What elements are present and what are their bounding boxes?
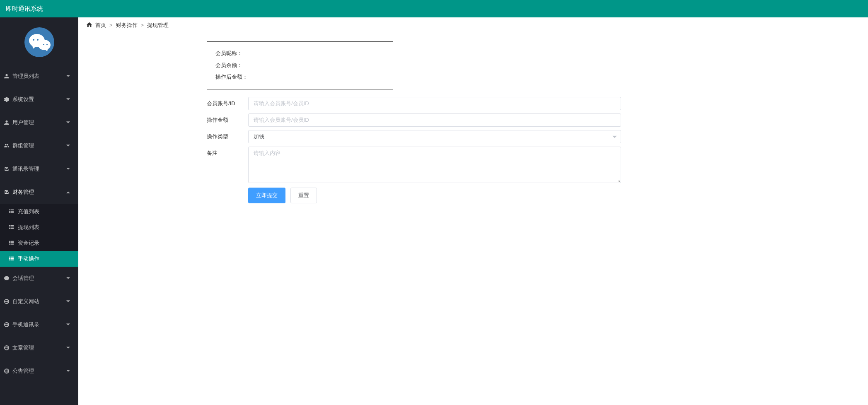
user-icon bbox=[4, 120, 9, 125]
svg-rect-19 bbox=[10, 256, 14, 257]
submit-button[interactable]: 立即提交 bbox=[248, 188, 285, 203]
sidebar-item-label: 公告管理 bbox=[12, 367, 34, 375]
sidebar-item-admin-list[interactable]: 管理员列表 bbox=[0, 65, 78, 88]
breadcrumb: 首页 > 财务操作 > 提现管理 bbox=[78, 17, 868, 33]
sidebar-item-label: 群组管理 bbox=[12, 142, 34, 149]
sidebar-item-contacts-management[interactable]: 通讯录管理 bbox=[0, 157, 78, 181]
breadcrumb-separator: > bbox=[109, 22, 113, 28]
svg-rect-10 bbox=[9, 228, 10, 229]
amount-input[interactable] bbox=[248, 113, 621, 127]
chevron-up-icon bbox=[66, 190, 70, 194]
main-content: 首页 > 财务操作 > 提现管理 会员昵称： 会员余额： 操作后金额： 会员账号… bbox=[78, 17, 868, 405]
svg-rect-22 bbox=[9, 259, 10, 260]
svg-rect-23 bbox=[10, 259, 14, 260]
globe-icon bbox=[4, 345, 9, 351]
users-icon bbox=[4, 143, 9, 149]
content-area: 会员昵称： 会员余额： 操作后金额： 会员账号/ID 操作金额 bbox=[78, 33, 868, 405]
sidebar-item-label: 通讯录管理 bbox=[12, 165, 39, 173]
globe-icon bbox=[4, 322, 9, 328]
sidebar-item-label: 自定义网站 bbox=[12, 298, 39, 305]
svg-rect-17 bbox=[10, 243, 14, 244]
sidebar-item-user-management[interactable]: 用户管理 bbox=[0, 111, 78, 134]
type-select[interactable] bbox=[248, 130, 621, 143]
sidebar-item-announcement-management[interactable]: 公告管理 bbox=[0, 359, 78, 383]
sidebar-item-custom-website[interactable]: 自定义网站 bbox=[0, 290, 78, 313]
chevron-down-icon bbox=[66, 74, 70, 78]
user-icon bbox=[4, 74, 9, 79]
chevron-down-icon bbox=[66, 121, 70, 125]
sidebar-subitem-recharge-list[interactable]: 充值列表 bbox=[0, 204, 78, 219]
svg-rect-8 bbox=[9, 227, 10, 227]
svg-rect-11 bbox=[10, 228, 14, 229]
sidebar-subitem-withdraw-list[interactable]: 提现列表 bbox=[0, 219, 78, 235]
chevron-down-icon bbox=[66, 299, 70, 304]
list-icon bbox=[9, 256, 15, 262]
sidebar-item-label: 手机通讯录 bbox=[12, 321, 39, 328]
app-header: 即时通讯系统 bbox=[0, 0, 868, 17]
sidebar-item-label: 用户管理 bbox=[12, 119, 34, 126]
sidebar-item-session-management[interactable]: 会话管理 bbox=[0, 267, 78, 290]
svg-rect-12 bbox=[9, 241, 10, 241]
breadcrumb-level2: 提现管理 bbox=[147, 22, 169, 29]
logo-area bbox=[0, 17, 78, 65]
type-select-value[interactable] bbox=[248, 130, 621, 143]
svg-rect-6 bbox=[9, 225, 10, 226]
chevron-down-icon bbox=[66, 323, 70, 327]
home-icon bbox=[87, 22, 92, 29]
sidebar-item-phone-contacts[interactable]: 手机通讯录 bbox=[0, 313, 78, 336]
chat-icon bbox=[4, 276, 9, 281]
logo-icon bbox=[24, 27, 54, 57]
sidebar-item-article-management[interactable]: 文章管理 bbox=[0, 336, 78, 359]
svg-rect-5 bbox=[10, 212, 14, 213]
gear-icon bbox=[4, 97, 9, 102]
sidebar-item-label: 系统设置 bbox=[12, 96, 34, 103]
sidebar-item-label: 管理员列表 bbox=[12, 72, 39, 80]
account-label: 会员账号/ID bbox=[207, 97, 248, 110]
remark-textarea[interactable] bbox=[248, 147, 621, 183]
svg-rect-4 bbox=[9, 212, 10, 213]
svg-rect-18 bbox=[9, 256, 10, 257]
sidebar-subitem-manual-operation[interactable]: 手动操作 bbox=[0, 251, 78, 267]
svg-rect-14 bbox=[9, 242, 10, 243]
chevron-down-icon bbox=[66, 369, 70, 373]
svg-rect-15 bbox=[10, 242, 14, 243]
list-icon bbox=[9, 209, 15, 215]
globe-icon bbox=[4, 299, 9, 304]
svg-rect-2 bbox=[9, 211, 10, 212]
svg-rect-0 bbox=[9, 209, 10, 210]
sidebar-item-label: 会话管理 bbox=[12, 275, 34, 282]
chevron-down-icon bbox=[66, 276, 70, 280]
type-label: 操作类型 bbox=[207, 130, 248, 143]
globe-icon bbox=[4, 369, 9, 374]
member-info-box: 会员昵称： 会员余额： 操作后金额： bbox=[207, 41, 393, 89]
breadcrumb-separator: > bbox=[141, 22, 144, 28]
breadcrumb-home[interactable]: 首页 bbox=[95, 22, 106, 29]
sidebar-subitem-label: 充值列表 bbox=[18, 208, 39, 215]
chevron-down-icon bbox=[66, 167, 70, 171]
sidebar-item-label: 文章管理 bbox=[12, 344, 34, 352]
app-title: 即时通讯系统 bbox=[6, 5, 43, 13]
svg-rect-9 bbox=[10, 227, 14, 227]
edit-icon bbox=[4, 190, 9, 195]
breadcrumb-level1[interactable]: 财务操作 bbox=[116, 22, 138, 29]
svg-rect-7 bbox=[10, 225, 14, 226]
chevron-down-icon bbox=[66, 346, 70, 350]
sidebar-item-system-settings[interactable]: 系统设置 bbox=[0, 88, 78, 111]
remark-label: 备注 bbox=[207, 147, 248, 160]
svg-rect-16 bbox=[9, 243, 10, 244]
sidebar-item-group-management[interactable]: 群组管理 bbox=[0, 134, 78, 157]
svg-rect-1 bbox=[10, 209, 14, 210]
sidebar-subitem-fund-records[interactable]: 资金记录 bbox=[0, 235, 78, 251]
after-amount-label: 操作后金额： bbox=[215, 71, 384, 83]
sidebar-subitem-label: 提现列表 bbox=[18, 224, 39, 231]
svg-rect-20 bbox=[9, 258, 10, 259]
account-input[interactable] bbox=[248, 97, 621, 110]
sidebar-subitem-label: 手动操作 bbox=[18, 256, 39, 263]
reset-button[interactable]: 重置 bbox=[290, 188, 317, 203]
sidebar-submenu-finance: 充值列表 提现列表 资金记录 手动操作 bbox=[0, 204, 78, 267]
sidebar-item-finance-management[interactable]: 财务管理 bbox=[0, 181, 78, 204]
svg-rect-3 bbox=[10, 211, 14, 212]
sidebar-item-label: 财务管理 bbox=[12, 188, 34, 196]
svg-rect-21 bbox=[10, 258, 14, 259]
chevron-down-icon bbox=[66, 97, 70, 101]
